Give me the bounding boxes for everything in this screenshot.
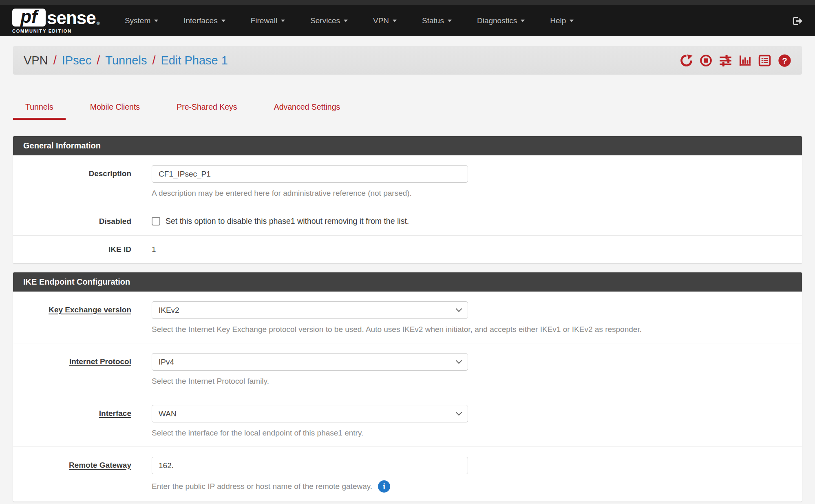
nav-item-firewall[interactable]: Firewall [238, 12, 298, 29]
tab-mobile-clients[interactable]: Mobile Clients [78, 96, 152, 120]
disabled-checkbox[interactable] [152, 217, 160, 225]
section-title: General Information [13, 136, 802, 155]
section-general-information: General Information Description A descri… [13, 136, 802, 263]
disabled-label: Disabled [13, 217, 131, 226]
community-edition-label: COMMUNITY EDITION [12, 29, 100, 33]
disabled-checkbox-label: Set this option to disable this phase1 w… [166, 217, 409, 226]
form-row-internet-protocol: Internet Protocol IPv4 Select the Intern… [13, 343, 802, 395]
chevron-down-icon [521, 20, 525, 22]
nav-item-interfaces[interactable]: Interfaces [171, 12, 238, 29]
nav-item-diagnostics[interactable]: Diagnostics [464, 12, 537, 29]
description-label: Description [13, 165, 131, 178]
chevron-down-icon [448, 20, 452, 22]
nav-item-vpn[interactable]: VPN [360, 12, 409, 29]
sign-out-icon[interactable] [792, 16, 803, 26]
chevron-down-icon [154, 20, 158, 22]
chevron-down-icon [456, 306, 462, 312]
tab-pre-shared-keys[interactable]: Pre-Shared Keys [164, 96, 250, 120]
page-action-icons: ? [680, 54, 791, 67]
top-navbar: pf sense ® COMMUNITY EDITION System Inte… [0, 5, 815, 36]
form-row-key-exchange-version: Key Exchange version IKEv2 Select the In… [13, 292, 802, 343]
registered-mark: ® [97, 21, 100, 26]
bar-chart-icon[interactable] [739, 54, 751, 67]
sliders-icon[interactable] [719, 54, 732, 67]
interface-label: Interface [13, 405, 131, 418]
breadcrumb-ipsec[interactable]: IPsec [62, 54, 92, 67]
pfsense-logo[interactable]: pf sense ® COMMUNITY EDITION [12, 9, 100, 33]
key-exchange-version-select[interactable]: IKEv2 [152, 301, 468, 319]
nav-item-status[interactable]: Status [409, 12, 464, 29]
section-title: IKE Endpoint Configuration [13, 272, 802, 292]
internet-protocol-label: Internet Protocol [13, 353, 131, 366]
breadcrumb-bar: VPN / IPsec / Tunnels / Edit Phase 1 [13, 46, 802, 75]
breadcrumb: VPN / IPsec / Tunnels / Edit Phase 1 [24, 54, 228, 67]
breadcrumb-separator: / [53, 54, 57, 67]
nav-item-services[interactable]: Services [298, 12, 360, 29]
chevron-down-icon [281, 20, 285, 22]
pfsense-logo-mark: pf [12, 9, 46, 27]
remote-gateway-input[interactable] [152, 457, 468, 474]
description-help-text: A description may be entered here for ad… [152, 189, 802, 198]
window-top-strip [0, 0, 815, 5]
nav-item-help[interactable]: Help [537, 12, 586, 29]
nav-item-system[interactable]: System [112, 12, 171, 29]
form-row-ike-id: IKE ID 1 [13, 235, 802, 263]
main-menu: System Interfaces Firewall Services VPN … [112, 12, 586, 29]
breadcrumb-separator: / [97, 54, 100, 67]
pfsense-logo-text: sense [47, 10, 96, 26]
chevron-down-icon [221, 20, 225, 22]
chevron-down-icon [456, 409, 462, 416]
svg-text:?: ? [782, 55, 787, 65]
section-ike-endpoint-configuration: IKE Endpoint Configuration Key Exchange … [13, 272, 802, 502]
page-content: VPN / IPsec / Tunnels / Edit Phase 1 [0, 46, 815, 502]
ike-id-value: 1 [152, 245, 156, 254]
interface-help-text: Select the interface for the local endpo… [152, 429, 802, 438]
form-row-description: Description A description may be entered… [13, 155, 802, 207]
remote-gateway-help-text: Enter the public IP address or host name… [152, 482, 372, 491]
chevron-down-icon [570, 20, 574, 22]
description-input[interactable] [152, 165, 468, 183]
chevron-down-icon [344, 20, 348, 22]
ike-id-label: IKE ID [13, 245, 131, 254]
interface-select[interactable]: WAN [152, 405, 468, 422]
chevron-down-icon [393, 20, 397, 22]
help-icon[interactable]: ? [778, 54, 791, 67]
info-icon[interactable]: i [378, 480, 390, 493]
chevron-down-icon [456, 358, 462, 364]
internet-protocol-select[interactable]: IPv4 [152, 353, 468, 371]
breadcrumb-separator: / [152, 54, 155, 67]
breadcrumb-vpn: VPN [24, 54, 48, 67]
key-exchange-version-help-text: Select the Internet Key Exchange protoco… [152, 325, 802, 334]
breadcrumb-tunnels[interactable]: Tunnels [105, 54, 147, 67]
stop-circle-icon[interactable] [700, 54, 712, 67]
form-row-interface: Interface WAN Select the interface for t… [13, 395, 802, 447]
refresh-icon[interactable] [680, 54, 693, 67]
form-row-remote-gateway: Remote Gateway Enter the public IP addre… [13, 447, 802, 502]
breadcrumb-edit-phase-1[interactable]: Edit Phase 1 [161, 54, 227, 67]
tab-bar: Tunnels Mobile Clients Pre-Shared Keys A… [13, 96, 802, 120]
key-exchange-version-label: Key Exchange version [13, 301, 131, 314]
remote-gateway-label: Remote Gateway [13, 457, 131, 470]
form-row-disabled: Disabled Set this option to disable this… [13, 207, 802, 235]
tab-advanced-settings[interactable]: Advanced Settings [262, 96, 353, 120]
list-icon[interactable] [758, 54, 771, 67]
internet-protocol-help-text: Select the Internet Protocol family. [152, 377, 802, 386]
tab-tunnels[interactable]: Tunnels [13, 96, 66, 120]
